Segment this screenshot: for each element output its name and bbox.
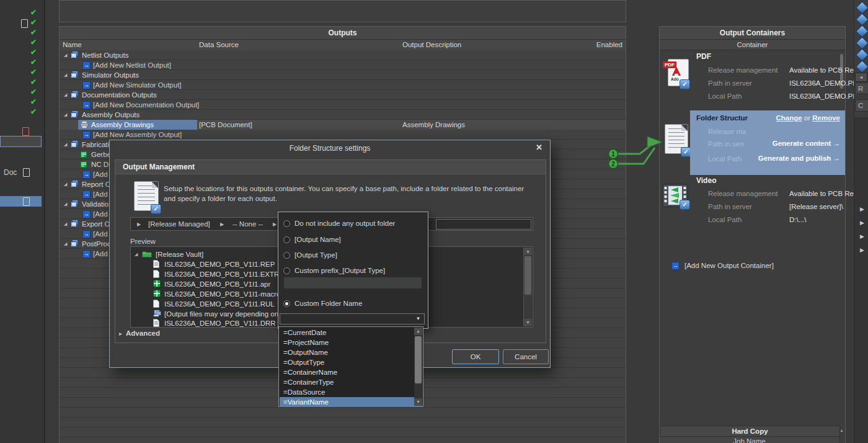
tree-expand-icon[interactable]: ◢	[64, 140, 67, 150]
add-output-label: [Add New Netlist Output]	[93, 60, 171, 70]
radio-icon[interactable]	[283, 220, 290, 227]
close-icon[interactable]: ✕	[536, 143, 542, 152]
sidebar-field[interactable]	[0, 136, 42, 147]
radio-icon[interactable]	[283, 236, 290, 243]
tree-expand-icon[interactable]: ◢	[64, 110, 67, 120]
tree-expand-icon[interactable]: ◢	[64, 219, 67, 229]
tree-expand-icon[interactable]: ◢	[64, 199, 67, 209]
preview-scrollbar[interactable]: ▲ ▼	[523, 248, 532, 326]
dock-gem-icon[interactable]	[856, 25, 868, 38]
add-output-row[interactable]: → [Add New Netlist Output]	[60, 60, 626, 70]
dropdown-item-selected[interactable]: =VariantName	[280, 397, 422, 407]
clipped-tab-c[interactable]: C	[855, 99, 868, 112]
collapse-left-button[interactable]: ◄	[855, 73, 867, 82]
remove-link[interactable]: Remove	[812, 114, 840, 122]
cancel-button[interactable]: Cancel	[503, 349, 549, 364]
tree-expand-icon[interactable]: ◢	[64, 90, 67, 100]
add-output-row[interactable]: → [Add New Documentation Output]	[60, 100, 626, 110]
path-in-server-value[interactable]: ISL6236A_DEMO.PD	[789, 79, 858, 87]
section-expand-icon[interactable]: ▶	[860, 246, 867, 254]
scroll-down-icon[interactable]: ▼	[414, 398, 422, 406]
scrollbar-thumb[interactable]	[415, 336, 422, 383]
output-category-row[interactable]: ◢ Assembly Outputs	[60, 110, 626, 120]
dropdown-item[interactable]: =ContainerName	[280, 367, 422, 377]
col-enabled[interactable]: Enabled	[596, 40, 622, 50]
outputs-column-header[interactable]: Name Data Source Output Description Enab…	[60, 40, 626, 51]
tree-expand-icon[interactable]: ◢	[64, 70, 67, 80]
scroll-up-icon[interactable]: ▲	[414, 328, 422, 335]
add-output-row[interactable]: → [Add New Simulator Output]	[60, 80, 626, 90]
doc-label: Doc	[4, 168, 17, 177]
option-custom-folder-name[interactable]: Custom Folder Name	[278, 298, 428, 308]
dropdown-item[interactable]: =OutputType	[280, 357, 422, 367]
ok-button[interactable]: OK	[452, 349, 499, 364]
scroll-up-icon[interactable]: ▲	[524, 248, 532, 255]
add-new-output-container[interactable]: [Add New Output Container]	[684, 262, 774, 269]
dropdown-item[interactable]: =OutputName	[280, 347, 422, 357]
sidebar-selected-row[interactable]	[0, 196, 42, 207]
breadcrumb-release-managed[interactable]: [Release Managed]	[148, 218, 210, 230]
generate-content-link[interactable]: Generate content →	[773, 140, 840, 147]
col-name[interactable]: Name	[63, 40, 82, 50]
output-row-assembly-drawings[interactable]: Assembly Drawings [PCB Document] Assembl…	[60, 120, 626, 130]
clipped-tab-r[interactable]: R	[855, 83, 868, 94]
option-custom-prefix[interactable]: Custom prefix_[Output Type]	[278, 266, 428, 275]
tree-expand-icon[interactable]: ◢	[64, 239, 67, 249]
custom-folder-name-combobox[interactable]: ▼	[280, 313, 425, 324]
scrollbar-thumb[interactable]	[525, 256, 531, 295]
breadcrumb-arrow-icon[interactable]: ▶	[220, 218, 224, 231]
breadcrumb-arrow-icon[interactable]: ▶	[137, 218, 141, 231]
aperture-file-icon	[153, 290, 161, 300]
dropdown-item[interactable]: =DataSource	[280, 387, 422, 397]
radio-icon[interactable]	[283, 267, 290, 274]
breadcrumb-edit-field[interactable]	[436, 219, 531, 230]
option-output-name[interactable]: [Output Name]	[278, 235, 428, 244]
scroll-up-icon[interactable]: ▲	[839, 426, 844, 435]
tree-expand-icon[interactable]: ◢	[135, 249, 138, 259]
video-container-icon[interactable]: ✓	[662, 184, 691, 213]
dock-gem-icon[interactable]	[856, 37, 868, 50]
breadcrumb-arrow-icon[interactable]: ▶	[273, 218, 277, 231]
add-output-row[interactable]: → [Add New Assembly Output]	[60, 130, 626, 140]
dropdown-item[interactable]: =ProjectName	[280, 338, 422, 347]
section-expand-icon[interactable]: ▶	[860, 218, 867, 227]
advanced-expander[interactable]: ▸Advanced	[119, 329, 160, 337]
option-no-output-folder[interactable]: Do not include any output folder	[278, 218, 428, 228]
output-category-row[interactable]: ◢ Documentation Outputs	[60, 90, 626, 100]
release-management-value[interactable]: Available to PCB Re	[789, 190, 854, 197]
dropdown-item[interactable]: =CurrentDate	[280, 328, 422, 338]
section-expand-icon[interactable]: ▶	[860, 232, 867, 241]
scroll-down-icon[interactable]: ▼	[524, 319, 532, 326]
pdf-container-icon[interactable]: PDF Ado ✓	[663, 59, 691, 91]
dock-gem-icon[interactable]	[856, 1, 868, 14]
radio-icon[interactable]	[283, 252, 290, 259]
breadcrumb-none-segment[interactable]: -- None --	[232, 218, 263, 230]
output-category-row[interactable]: ◢ Simulator Outputs	[60, 70, 626, 80]
chevron-down-icon[interactable]: ▼	[414, 315, 423, 323]
local-path-value[interactable]: D:\...\	[789, 216, 806, 223]
tree-expand-icon[interactable]: ◢	[64, 179, 67, 189]
dock-gem-icon[interactable]	[856, 13, 868, 26]
dock-gem-icon[interactable]	[856, 48, 868, 61]
radio-selected-icon[interactable]	[283, 300, 290, 307]
local-path-value[interactable]: ISL6236A_DEMO.PD	[789, 92, 858, 100]
col-output-description[interactable]: Output Description	[402, 40, 461, 50]
custom-prefix-input[interactable]	[283, 277, 422, 289]
folder-structure-selected-block[interactable]: Folder Structur Change or Remove Release…	[690, 110, 845, 175]
change-link[interactable]: Change	[776, 114, 802, 122]
dropdown-item[interactable]: =ContainerType	[280, 377, 422, 387]
path-in-server-value[interactable]: [Release server]\	[789, 203, 843, 210]
generate-and-publish-link[interactable]: Generate and publish →	[758, 154, 840, 162]
option-output-type[interactable]: [Output Type]	[278, 250, 428, 260]
path-in-server-label: Path in server	[708, 79, 752, 87]
release-management-value[interactable]: Available to PCB Re	[789, 66, 854, 74]
hard-copy-section-header[interactable]: Hard Copy	[660, 426, 840, 437]
right-dock-strip: ◄ R C ▶ ▶ ▶ ▶	[854, 0, 868, 443]
output-category-row[interactable]: ◢ Netlist Outputs	[60, 50, 626, 60]
dock-gem-icon[interactable]	[856, 60, 868, 73]
tree-expand-icon[interactable]: ◢	[64, 50, 67, 60]
dropdown-scrollbar[interactable]: ▲ ▼	[414, 328, 422, 406]
section-expand-icon[interactable]: ▶	[860, 205, 867, 213]
col-data-source[interactable]: Data Source	[199, 40, 239, 50]
path-in-server-label: Path in sen	[708, 140, 744, 148]
